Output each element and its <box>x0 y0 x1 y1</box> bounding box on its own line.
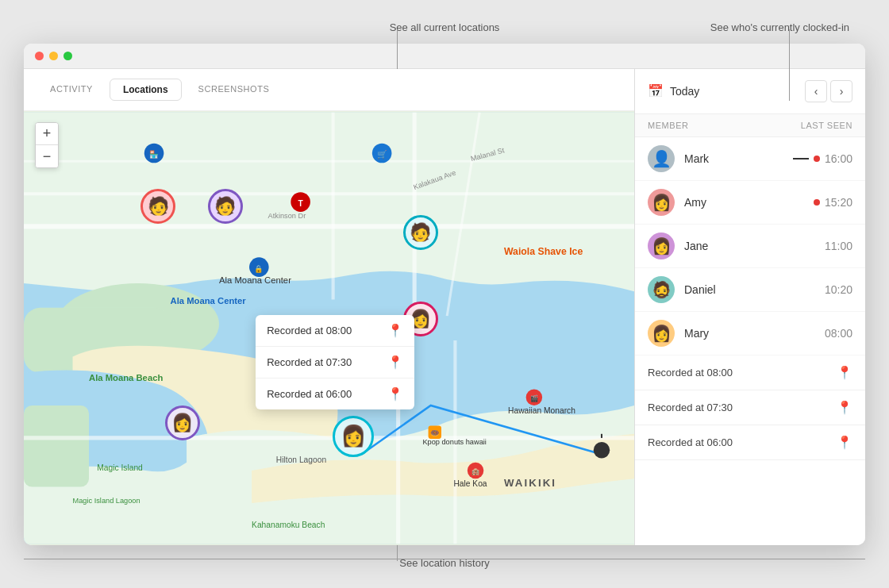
member-name-daniel: Daniel <box>684 283 825 296</box>
location-text-1: Recorded at 08:00 <box>648 367 733 379</box>
members-table: 👤 Mark 16:00 👩 Amy <box>635 137 865 545</box>
location-pin-3: 📍 <box>837 435 852 450</box>
svg-text:Magic Island: Magic Island <box>97 463 143 471</box>
location-text-2: Recorded at 07:30 <box>648 402 733 413</box>
map-area: T 🛒 🏪 🔒 <box>24 111 634 545</box>
col-last-seen: LAST SEEN <box>801 121 852 130</box>
svg-text:Magic Island Lagoon: Magic Island Lagoon <box>73 496 140 504</box>
next-button[interactable]: › <box>830 80 852 102</box>
calendar-icon: 📅 <box>648 83 664 98</box>
today-label: Today <box>670 85 699 98</box>
mark-dot <box>814 156 820 162</box>
app-window: ACTIVITY Locations Screenshots <box>24 44 865 545</box>
member-row-jane[interactable]: 👩 Jane 11:00 <box>635 225 865 268</box>
annotation-top-right: See who's currently clocked-in <box>710 21 849 33</box>
svg-text:Kahanamoku Beach: Kahanamoku Beach <box>252 520 325 528</box>
avatar-mary: 👩 <box>648 320 675 347</box>
zoom-out-button[interactable]: − <box>36 145 58 167</box>
svg-text:🏨: 🏨 <box>471 467 480 476</box>
table-header: MEMBER LAST SEEN <box>635 114 865 137</box>
left-panel: ACTIVITY Locations Screenshots <box>24 69 635 545</box>
svg-text:T: T <box>298 198 303 207</box>
prev-button[interactable]: ‹ <box>805 80 827 102</box>
member-name-jane: Jane <box>684 240 825 252</box>
right-panel: 📅 Today ‹ › MEMBER LAST SEEN <box>635 69 865 545</box>
member-name-amy: Amy <box>684 196 814 209</box>
map-popup: Recorded at 08:00 📍 Recorded at 07:30 📍 … <box>256 315 414 409</box>
amy-time: 15:20 <box>825 196 852 209</box>
location-history-row-2[interactable]: Recorded at 07:30 📍 <box>635 390 865 425</box>
map-pin-avatar-4: 🧑 <box>140 189 175 224</box>
popup-text-3: Recorded at 06:00 <box>267 388 352 400</box>
tab-bar: ACTIVITY Locations Screenshots <box>24 69 634 111</box>
mary-time: 08:00 <box>825 327 852 340</box>
annotation-line-right <box>789 29 790 101</box>
map-pin-avatar-2: 🧑 <box>403 215 438 250</box>
svg-text:🍩: 🍩 <box>430 428 440 437</box>
svg-text:Kpop donuts hawaii: Kpop donuts hawaii <box>422 438 486 446</box>
svg-text:🎬: 🎬 <box>530 394 539 402</box>
amy-dot <box>814 199 820 206</box>
svg-rect-9 <box>24 405 89 486</box>
member-row-mark[interactable]: 👤 Mark 16:00 <box>635 137 865 181</box>
member-row-amy[interactable]: 👩 Amy 15:20 <box>635 181 865 225</box>
popup-pin-2: 📍 <box>387 355 403 370</box>
location-pin-2: 📍 <box>837 400 852 415</box>
mark-time-group: 16:00 <box>793 152 852 165</box>
svg-text:Hilton Lagoon: Hilton Lagoon <box>276 455 327 463</box>
nav-arrows: ‹ › <box>805 80 852 102</box>
popup-row-2: Recorded at 07:30 📍 <box>256 347 414 379</box>
location-pin-1: 📍 <box>837 365 852 380</box>
svg-text:Hale Koa: Hale Koa <box>453 479 487 488</box>
member-name-mark: Mark <box>684 152 793 165</box>
tab-activity[interactable]: ACTIVITY <box>37 79 106 101</box>
tab-screenshots[interactable]: Screenshots <box>185 79 283 101</box>
main-content: ACTIVITY Locations Screenshots <box>24 69 865 545</box>
annotation-line-bottom <box>24 559 865 559</box>
svg-text:WAIKIKI: WAIKIKI <box>504 477 556 489</box>
location-text-3: Recorded at 06:00 <box>648 436 733 448</box>
title-bar <box>24 44 865 69</box>
avatar-amy: 👩 <box>648 189 675 216</box>
mark-line <box>793 158 809 159</box>
member-row-daniel[interactable]: 🧔 Daniel 10:20 <box>635 268 865 312</box>
map-pin-avatar-5: 👩 <box>165 405 200 440</box>
avatar-jane: 👩 <box>648 233 675 259</box>
svg-text:Ala Moana Center: Ala Moana Center <box>171 295 247 305</box>
map-pin-avatar-main: 👩 <box>333 416 374 457</box>
svg-text:Ala Moana Beach: Ala Moana Beach <box>89 373 163 382</box>
minimize-dot <box>49 52 58 60</box>
avatar-mark: 👤 <box>648 145 675 172</box>
tab-locations[interactable]: Locations <box>110 79 182 101</box>
member-name-mary: Mary <box>684 327 825 340</box>
svg-text:Hawaiian Monarch: Hawaiian Monarch <box>508 406 575 415</box>
location-history-row-1[interactable]: Recorded at 08:00 📍 <box>635 355 865 390</box>
svg-text:🛒: 🛒 <box>377 149 387 159</box>
right-header: 📅 Today ‹ › <box>635 69 865 114</box>
daniel-time: 10:20 <box>825 283 852 296</box>
map-controls: + − <box>35 122 59 168</box>
col-member: MEMBER <box>648 121 689 130</box>
popup-text-1: Recorded at 08:00 <box>267 325 352 336</box>
amy-time-group: 15:20 <box>814 196 852 209</box>
map-pin-avatar-1: 🧑 <box>208 189 243 224</box>
zoom-in-button[interactable]: + <box>36 123 58 145</box>
popup-pin-1: 📍 <box>387 323 403 338</box>
date-selector: 📅 Today <box>648 83 699 98</box>
mark-time: 16:00 <box>825 152 852 165</box>
svg-text:🏪: 🏪 <box>149 150 159 159</box>
popup-text-2: Recorded at 07:30 <box>267 356 352 368</box>
expand-dot <box>64 52 72 60</box>
popup-row-1: Recorded at 08:00 📍 <box>256 315 414 347</box>
location-history-row-3[interactable]: Recorded at 06:00 📍 <box>635 425 865 460</box>
annotation-top-center: See all current locations <box>390 21 500 33</box>
close-dot <box>35 52 44 60</box>
jane-time: 11:00 <box>825 240 852 252</box>
popup-row-3: Recorded at 06:00 📍 <box>256 379 414 409</box>
svg-text:🔒: 🔒 <box>254 263 264 273</box>
outer-wrapper: See all current locations See who's curr… <box>24 44 865 545</box>
avatar-daniel: 🧔 <box>648 276 675 303</box>
svg-text:Waiola Shave Ice: Waiola Shave Ice <box>504 246 583 257</box>
svg-text:Atkinson Dr: Atkinson Dr <box>268 212 306 220</box>
member-row-mary[interactable]: 👩 Mary 08:00 <box>635 312 865 355</box>
